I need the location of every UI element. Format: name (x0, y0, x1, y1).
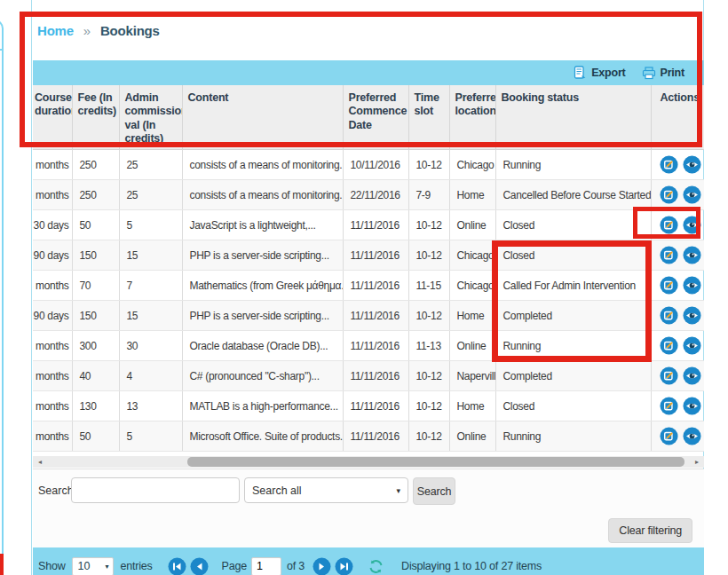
cell-actions (651, 391, 704, 421)
view-icon (683, 306, 701, 325)
scrollbar-left-arrow-icon[interactable]: ◂ (35, 456, 45, 468)
cell-fee: 130 (72, 391, 119, 421)
cell-fee: 250 (72, 150, 119, 180)
show-label: Show (38, 560, 65, 572)
refresh-button[interactable] (368, 558, 384, 575)
edit-booking-button[interactable] (660, 276, 678, 295)
horizontal-scrollbar[interactable]: ◂ ▸ (33, 456, 704, 468)
view-booking-button[interactable] (683, 185, 701, 204)
cell-admin-commission: 4 (119, 361, 182, 391)
edit-icon (660, 246, 678, 264)
cell-time-slot: 10-12 (408, 240, 449, 271)
edit-booking-button[interactable] (660, 427, 678, 445)
cell-course-duration: 2 months (33, 391, 72, 421)
edit-icon (660, 306, 678, 325)
cell-booking-status: Cancelled Before Course Started (495, 180, 651, 210)
entries-label: entries (120, 560, 152, 572)
cell-commence-date: 11/11/2016 (343, 391, 408, 421)
cell-location: Online (449, 210, 495, 240)
cell-time-slot: 10-12 (408, 361, 449, 391)
edit-booking-button[interactable] (660, 155, 678, 174)
view-booking-button[interactable] (683, 366, 701, 385)
cell-booking-status: Closed (495, 391, 651, 421)
table-row: 30 days 50 5 JavaScript is a lightweight… (33, 210, 704, 240)
search-button[interactable]: Search (413, 477, 455, 505)
cell-time-slot: 10-12 (408, 421, 449, 452)
of-pages-label: of 3 (287, 560, 305, 572)
cell-location: Home (449, 301, 495, 331)
cell-commence-date: 11/11/2016 (343, 361, 408, 391)
scrollbar-thumb[interactable] (187, 457, 684, 467)
last-page-icon (335, 557, 353, 575)
edit-booking-button[interactable] (660, 397, 678, 415)
cell-course-duration: 6 months (33, 180, 72, 210)
left-panel-border (0, 20, 4, 575)
cell-admin-commission: 15 (119, 301, 182, 331)
table-row: 6 months 250 25 consists of a means of m… (33, 150, 704, 180)
clear-filtering-button[interactable]: Clear filtering (608, 518, 692, 543)
cell-actions (651, 180, 704, 210)
edit-booking-button[interactable] (660, 185, 678, 204)
view-booking-button[interactable] (683, 306, 701, 325)
last-page-button[interactable] (335, 557, 353, 575)
cell-admin-commission: 7 (119, 271, 182, 301)
previous-page-button[interactable] (190, 557, 209, 575)
previous-page-icon (190, 557, 209, 575)
cell-time-slot: 11-13 (408, 331, 449, 361)
edit-icon (660, 185, 678, 204)
cell-time-slot: 7-9 (408, 180, 449, 210)
cell-commence-date: 11/11/2016 (343, 301, 408, 331)
first-page-button[interactable] (168, 557, 186, 575)
page-number-input[interactable] (251, 557, 281, 575)
view-icon (683, 276, 701, 295)
edit-booking-button[interactable] (660, 366, 678, 385)
page-size-value: 10 (77, 560, 90, 572)
cell-time-slot: 10-12 (408, 210, 449, 240)
cell-admin-commission: 5 (119, 210, 182, 240)
view-booking-button[interactable] (683, 155, 701, 174)
cell-course-duration: 1 months (33, 421, 72, 452)
cell-content: consists of a means of monitoring... (182, 150, 343, 180)
view-booking-button[interactable] (683, 397, 701, 415)
edit-booking-button[interactable] (660, 246, 678, 264)
edit-icon (660, 397, 678, 415)
edit-booking-button[interactable] (660, 336, 678, 355)
cell-admin-commission: 25 (119, 180, 182, 210)
annotation-box-status-group (492, 240, 652, 362)
cell-actions (651, 331, 704, 361)
refresh-icon (368, 558, 384, 575)
search-input[interactable] (71, 477, 240, 503)
left-panel-divider (0, 49, 4, 51)
cell-content: JavaScript is a lightweight,... (182, 210, 343, 240)
cell-commence-date: 11/11/2016 (343, 271, 408, 301)
cell-location: Chicago (449, 240, 495, 271)
table-row: 2 months 130 13 MATLAB is a high-perform… (33, 391, 704, 421)
view-booking-button[interactable] (683, 336, 701, 355)
cell-actions (651, 271, 704, 301)
view-booking-button[interactable] (683, 276, 701, 295)
search-filter-select[interactable]: Search all ▾ (244, 477, 408, 503)
cell-content: MATLAB is a high-performance... (182, 391, 343, 421)
cell-course-duration: 90 days (33, 301, 72, 331)
page-size-select[interactable]: 10 ▾ (72, 557, 114, 575)
cell-location: Home (449, 391, 495, 421)
annotation-mark-bottom-left (0, 554, 4, 575)
cell-content: C# (pronounced "C-sharp")... (182, 361, 343, 391)
scrollbar-right-arrow-icon[interactable]: ▸ (692, 456, 702, 468)
annotation-box-header (20, 12, 702, 147)
cell-location: Home (449, 180, 495, 210)
view-booking-button[interactable] (683, 246, 701, 264)
cell-location: Online (449, 331, 495, 361)
table-row: 6 months 250 25 consists of a means of m… (33, 180, 704, 210)
chevron-down-icon: ▾ (396, 486, 400, 495)
cell-admin-commission: 5 (119, 421, 182, 452)
cell-content: PHP is a server-side scripting... (182, 301, 343, 331)
cell-content: Mathematics (from Greek μάθημα... (182, 271, 343, 301)
edit-booking-button[interactable] (660, 306, 678, 325)
view-booking-button[interactable] (683, 427, 701, 445)
cell-content: PHP is a server-side scripting... (182, 240, 343, 271)
next-page-button[interactable] (313, 557, 331, 575)
cell-fee: 50 (72, 210, 119, 240)
view-icon (683, 427, 701, 445)
cell-actions (651, 361, 704, 391)
